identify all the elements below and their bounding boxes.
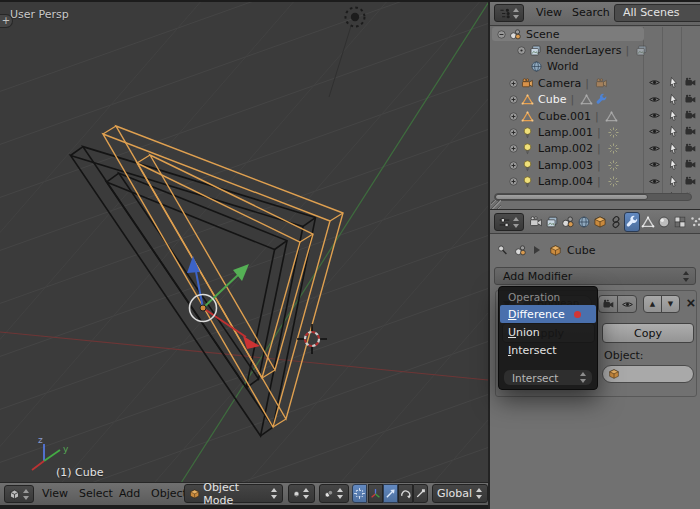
selectability-cursor-icon[interactable] [667,109,680,122]
horizontal-scrollbar[interactable] [494,193,692,201]
renderability-camera-icon[interactable] [684,109,697,122]
tab-texture[interactable] [672,212,688,232]
tab-modifiers[interactable] [624,212,640,232]
outliner-row-renderlayers[interactable]: RenderLayers| [490,42,700,58]
shading-sphere-icon [293,488,300,500]
tab-particles[interactable] [688,212,700,232]
mode-select[interactable]: Object Mode [184,484,283,503]
breadcrumb-object-name: Cube [567,244,595,257]
menu-item-intersect[interactable]: Intersect [500,341,596,359]
delete-modifier-button[interactable]: × [683,294,699,312]
scale-manipulator-button[interactable] [413,484,428,503]
selectability-cursor-icon[interactable] [667,158,680,171]
restrict-toggles [490,76,700,90]
object-cube-icon[interactable] [549,244,562,257]
renderability-camera-icon[interactable] [684,76,697,89]
menu-item-union[interactable]: Union [500,323,596,341]
renderability-camera-icon[interactable] [684,158,697,171]
selectability-cursor-icon[interactable] [667,175,680,188]
visibility-eye-icon[interactable] [648,76,661,89]
viewport-canvas[interactable]: z y [0,0,488,483]
rotate-manipulator-button[interactable] [398,484,413,503]
editor-type-button[interactable] [494,4,524,22]
modifier-render-toggle[interactable] [598,295,618,313]
selectability-cursor-icon[interactable] [667,76,680,89]
outliner-row-lamp.003[interactable]: Lamp.003| [490,157,700,173]
outliner-filter-select[interactable]: All Scenes [614,4,700,22]
tab-object-data[interactable] [640,212,656,232]
renderability-camera-icon[interactable] [684,125,697,138]
menu-view[interactable]: View [42,487,68,500]
outliner-row-camera[interactable]: Camera| [490,75,700,91]
move-modifier-up-button[interactable]: ▲ [643,295,662,313]
object-select-field[interactable] [602,365,694,383]
outliner-row-world[interactable]: World [490,59,700,75]
visibility-eye-icon[interactable] [648,125,661,138]
selectability-cursor-icon[interactable] [667,93,680,106]
camera-icon [602,298,615,311]
visibility-eye-icon[interactable] [648,142,661,155]
tab-object[interactable] [592,212,608,232]
operation-select[interactable]: Intersect [503,369,593,386]
renderability-camera-icon[interactable] [684,142,697,155]
outliner-row-lamp.004[interactable]: Lamp.004| [490,174,700,190]
restrict-toggles [490,175,700,189]
visibility-eye-icon[interactable] [648,158,661,171]
menu-select[interactable]: Select [79,487,113,500]
manipulator-z-handle[interactable] [187,256,200,273]
pivot-point-select[interactable] [319,484,349,503]
dropdown-arrows-icon [683,271,690,282]
scene-icon[interactable] [514,244,527,257]
copy-button[interactable]: Copy [602,323,694,343]
manipulator-toggle[interactable] [352,484,367,503]
visibility-eye-icon[interactable] [648,175,661,188]
dot-expander-icon[interactable] [516,45,527,56]
transform-orientation-select[interactable]: Global [432,484,488,503]
tab-constraints[interactable] [608,212,624,232]
menu-item-difference[interactable]: Difference [500,305,596,323]
3d-viewport[interactable]: z y User Persp (1) Cube + ViewSelectAddO… [0,0,488,509]
pin-icon[interactable] [496,244,509,257]
manipulator-axes-button[interactable] [368,484,383,503]
restrict-toggles [490,158,700,172]
editor-type-button[interactable] [4,485,34,503]
resize-grip[interactable] [491,200,501,209]
minus-expander-icon[interactable] [496,29,507,40]
tab-render-layers[interactable] [544,212,560,232]
texture-icon [673,215,687,229]
editor-divider [0,505,488,509]
manipulator-x-handle[interactable] [243,336,260,349]
outliner-row-scene[interactable]: Scene [490,26,700,42]
outliner-row-lamp.001[interactable]: Lamp.001| [490,124,700,140]
translate-manipulator-button[interactable] [383,484,398,503]
visibility-eye-icon[interactable] [648,109,661,122]
scrollbar-thumb[interactable] [495,194,648,200]
move-modifier-down-button[interactable]: ▼ [661,295,680,313]
tab-material[interactable] [656,212,672,232]
outliner-row-cube.001[interactable]: Cube.001| [490,108,700,124]
renderability-camera-icon[interactable] [684,175,697,188]
viewport-shading-select[interactable] [288,484,315,503]
add-modifier-select[interactable]: Add Modifier [494,267,696,285]
outliner-row-cube[interactable]: Cube| [490,92,700,108]
renderability-camera-icon[interactable] [684,93,697,106]
menu-add[interactable]: Add [119,487,140,500]
restrict-toggles [490,109,700,123]
editor-type-button[interactable] [494,213,524,231]
tab-world[interactable] [576,212,592,232]
visibility-eye-icon[interactable] [648,93,661,106]
3d-cursor[interactable] [297,324,327,354]
translate-manipulator[interactable] [187,256,260,349]
outliner-menu-view[interactable]: View [536,6,562,19]
tab-scene[interactable] [560,212,576,232]
selectability-cursor-icon[interactable] [667,142,680,155]
world-icon [577,215,591,229]
modifier-visibility-toggle[interactable] [617,295,637,313]
photo-icon [635,44,648,57]
outliner-row-lamp.002[interactable]: Lamp.002| [490,141,700,157]
tab-render[interactable] [528,212,544,232]
outliner-menu-search[interactable]: Search [572,6,610,19]
menu-object[interactable]: Object [151,487,187,500]
selectability-cursor-icon[interactable] [667,125,680,138]
view-name-label: User Persp [10,8,69,21]
